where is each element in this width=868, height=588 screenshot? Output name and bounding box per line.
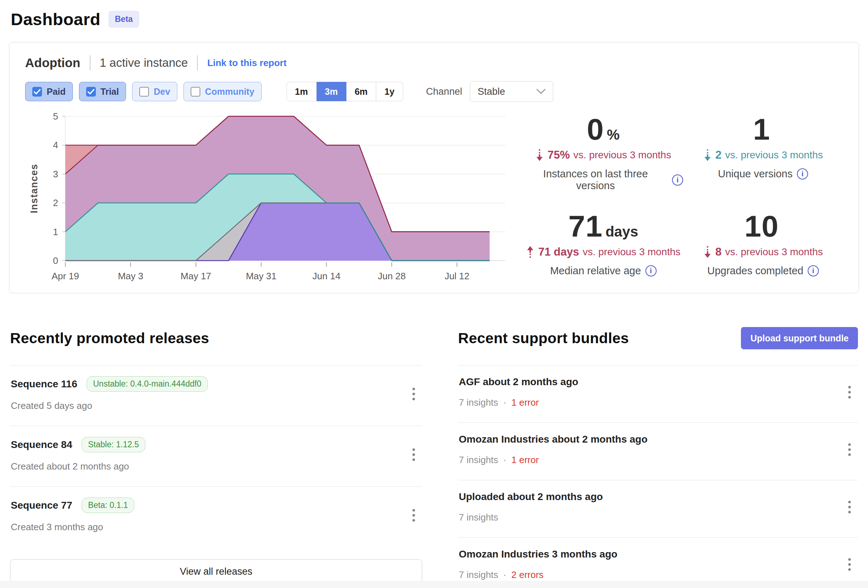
range-6m[interactable]: 6m xyxy=(346,82,376,101)
stat-delta-value: 8 xyxy=(716,245,722,259)
chevron-down-icon xyxy=(536,89,546,95)
svg-text:1: 1 xyxy=(53,226,58,237)
bundle-row[interactable]: Omozan Industries about 2 months ago 7 i… xyxy=(458,423,858,480)
link-to-report[interactable]: Link to this report xyxy=(207,58,286,69)
stat-label: Upgrades completed xyxy=(707,265,803,277)
bundle-menu-button[interactable] xyxy=(843,381,856,403)
svg-text:4: 4 xyxy=(53,140,58,151)
info-icon[interactable]: i xyxy=(797,168,808,179)
range-1m[interactable]: 1m xyxy=(286,82,317,101)
release-name: Sequence 77 xyxy=(11,500,72,511)
bundles-heading: Recent support bundles xyxy=(458,330,629,347)
svg-text:Jul 12: Jul 12 xyxy=(444,271,469,281)
adoption-stats: 0% 75% vs. previous 3 months Instances o… xyxy=(523,111,843,282)
bundle-errors: 1 error xyxy=(512,455,539,465)
stat-upgrades-completed: 10 8 vs. previous 3 months Upgrades comp… xyxy=(683,210,843,282)
filter-label: Trial xyxy=(100,87,119,97)
page-header: Dashboard Beta xyxy=(0,0,868,29)
release-name: Sequence 116 xyxy=(11,378,77,390)
svg-text:0: 0 xyxy=(53,255,58,266)
channel-select[interactable]: Stable xyxy=(470,81,553,102)
stat-delta: 75% vs. previous 3 months xyxy=(523,149,683,161)
stat-delta: 71 days vs. previous 3 months xyxy=(523,245,683,259)
svg-text:3: 3 xyxy=(53,169,58,179)
release-version-badge: Beta: 0.1.1 xyxy=(81,498,134,513)
filter-trial[interactable]: Trial xyxy=(79,82,126,101)
release-row[interactable]: Sequence 116 Unstable: 0.4.0-main.444ddf… xyxy=(10,365,422,426)
range-3m[interactable]: 3m xyxy=(317,82,346,101)
release-menu-button[interactable] xyxy=(407,443,421,466)
kebab-menu-icon xyxy=(412,388,415,400)
info-icon[interactable]: i xyxy=(645,265,657,276)
checkbox xyxy=(139,87,149,96)
filter-label: Community xyxy=(205,87,254,97)
kebab-menu-icon xyxy=(848,386,851,399)
meta-dot: · xyxy=(503,397,506,408)
trend-arrow-icon xyxy=(703,245,712,259)
channel-label: Channel xyxy=(426,86,462,97)
time-range-group: 1m 3m 6m 1y xyxy=(286,82,403,101)
kebab-menu-icon xyxy=(412,448,415,461)
stat-value: 0 xyxy=(587,112,604,146)
release-created: Created 3 months ago xyxy=(11,522,134,533)
divider xyxy=(197,55,198,70)
filter-community[interactable]: Community xyxy=(183,82,262,101)
svg-text:Apr 19: Apr 19 xyxy=(52,271,79,281)
adoption-title: Adoption xyxy=(25,56,80,70)
kebab-menu-icon xyxy=(412,509,415,522)
meta-dot: · xyxy=(503,455,506,465)
info-icon[interactable]: i xyxy=(672,174,683,186)
checkbox xyxy=(86,87,96,96)
filter-paid[interactable]: Paid xyxy=(25,82,73,101)
checkbox xyxy=(32,87,42,96)
svg-text:May 31: May 31 xyxy=(246,271,276,281)
kebab-menu-icon xyxy=(848,501,851,513)
bundle-errors: 1 error xyxy=(512,397,539,408)
release-version-badge: Stable: 1.12.5 xyxy=(81,437,145,452)
stat-value: 71 xyxy=(568,209,602,243)
bundle-row[interactable]: Omozan Industries 3 months ago 7 insight… xyxy=(458,538,858,588)
stat-delta-value: 71 days xyxy=(538,245,579,259)
releases-section: Recently promoted releases Sequence 116 … xyxy=(10,326,422,588)
range-1y[interactable]: 1y xyxy=(376,82,403,101)
release-menu-button[interactable] xyxy=(407,504,421,527)
lower-sections: Recently promoted releases Sequence 116 … xyxy=(0,326,868,588)
trend-arrow-icon xyxy=(535,149,544,161)
trend-arrow-icon xyxy=(526,245,534,259)
release-name: Sequence 84 xyxy=(11,439,72,451)
bundle-row[interactable]: Uploaded about 2 months ago 7 insights · xyxy=(458,480,858,538)
bundle-menu-button[interactable] xyxy=(843,496,856,519)
stat-delta: 8 vs. previous 3 months xyxy=(683,245,843,259)
bundle-insights: 7 insights xyxy=(459,569,498,581)
bundle-menu-button[interactable] xyxy=(843,438,856,461)
bundle-menu-button[interactable] xyxy=(843,553,856,576)
release-row[interactable]: Sequence 84 Stable: 1.12.5 Created about… xyxy=(10,426,422,486)
bundle-title: Omozan Industries 3 months ago xyxy=(459,548,617,560)
active-instance-count: 1 active instance xyxy=(100,56,188,69)
bundle-title: AGF about 2 months ago xyxy=(459,376,578,388)
svg-text:Instances: Instances xyxy=(29,164,40,213)
release-created: Created about 2 months ago xyxy=(11,461,145,472)
stat-delta-note: vs. previous 3 months xyxy=(725,246,823,258)
filter-dev[interactable]: Dev xyxy=(132,82,177,101)
stat-unit: % xyxy=(607,127,620,142)
stat-delta-note: vs. previous 3 months xyxy=(573,149,671,161)
stat-unit: days xyxy=(605,224,638,239)
svg-text:2: 2 xyxy=(53,198,58,208)
divider xyxy=(90,55,90,70)
adoption-main-row: 012345Apr 19May 3May 17May 31Jun 14Jun 2… xyxy=(25,111,843,282)
bundle-errors: 2 errors xyxy=(512,569,544,581)
info-icon[interactable]: i xyxy=(808,265,819,276)
checkbox-check-icon xyxy=(34,89,41,95)
kebab-menu-icon xyxy=(848,443,851,456)
stat-delta: 2 vs. previous 3 months xyxy=(683,149,843,161)
page-title: Dashboard xyxy=(11,9,100,29)
stat-instances-last-three-versions: 0% 75% vs. previous 3 months Instances o… xyxy=(523,114,683,198)
view-all-releases-button[interactable]: View all releases xyxy=(10,559,422,584)
svg-text:May 17: May 17 xyxy=(180,271,211,281)
upload-support-bundle-button[interactable]: Upload support bundle xyxy=(741,327,858,349)
release-menu-button[interactable] xyxy=(407,383,421,405)
svg-text:Jun 14: Jun 14 xyxy=(312,271,340,281)
bundle-row[interactable]: AGF about 2 months ago 7 insights · 1 er… xyxy=(458,365,858,423)
release-row[interactable]: Sequence 77 Beta: 0.1.1 Created 3 months… xyxy=(10,486,422,547)
